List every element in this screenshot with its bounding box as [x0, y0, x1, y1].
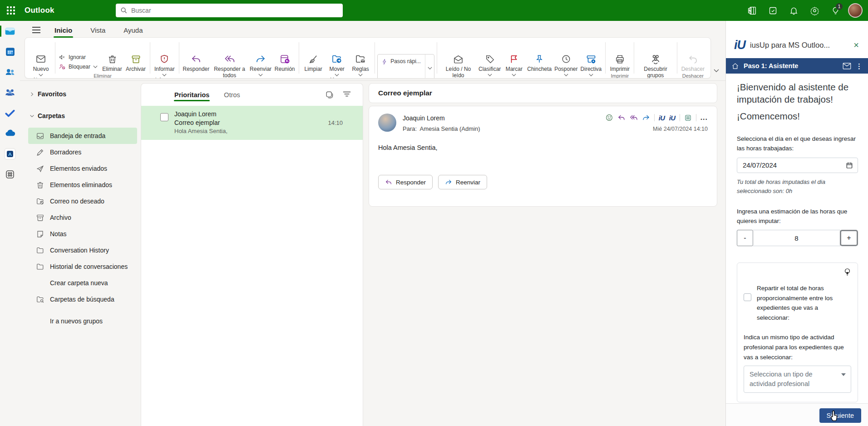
sidebar-folder-sent[interactable]: Elementos enviados [28, 160, 137, 177]
eliminar-button[interactable]: Eliminar [100, 51, 124, 73]
posponer-button[interactable]: Posponer [553, 51, 579, 76]
bloquear-button[interactable]: Bloquear [59, 63, 98, 70]
home-icon[interactable] [731, 62, 739, 70]
sidebar-folder-inbox[interactable]: Bandeja de entrada [28, 128, 137, 144]
mover-button[interactable]: Mover [325, 51, 349, 76]
select-messages-icon[interactable] [325, 90, 334, 99]
tab-otros[interactable]: Otros [223, 86, 240, 104]
tab-vista[interactable]: Vista [89, 24, 106, 37]
reply-all-icon[interactable] [630, 114, 638, 122]
groups-rail-icon[interactable] [0, 82, 20, 103]
ignorar-button[interactable]: Ignorar [59, 54, 98, 61]
close-icon[interactable]: × [851, 39, 862, 51]
date-input[interactable]: 24/07/2024 [737, 158, 858, 173]
deshacer-button[interactable]: Deshacer [680, 51, 706, 73]
message-list-item[interactable]: Joaquin Lorem Correo ejemplar Hola Amesi… [141, 106, 363, 140]
more-options-icon[interactable]: ... [700, 114, 708, 122]
forward-icon[interactable] [642, 114, 650, 122]
filter-icon[interactable] [343, 90, 351, 99]
folder-icon [35, 246, 44, 255]
sidebar-folder-conversation-history[interactable]: Conversation History [28, 242, 137, 258]
go-to-groups-link[interactable]: Ir a nuevos grupos [28, 313, 137, 329]
search-bar[interactable] [116, 4, 343, 17]
reenviar-button[interactable]: Reenviar [248, 51, 273, 76]
sidebar-folder-historial[interactable]: Historial de conversaciones [28, 258, 137, 275]
descubrir-grupos-button[interactable]: Descubrir grupos [636, 51, 674, 79]
tips-bulb-icon[interactable]: 1 [827, 2, 843, 19]
tab-inicio[interactable]: Inicio [54, 24, 73, 37]
people-rail-icon[interactable] [0, 62, 20, 82]
todo-rail-icon[interactable] [0, 103, 20, 123]
sender-avatar[interactable] [378, 114, 396, 132]
archivar-button[interactable]: Archivar [124, 51, 148, 73]
nuevo-button[interactable]: Nuevo [29, 51, 53, 76]
plus-button[interactable]: + [840, 230, 858, 246]
chincheta-button[interactable]: Chincheta [526, 51, 553, 73]
office-app-rail-icon[interactable] [0, 144, 20, 164]
sidebar-folder-drafts[interactable]: Borradores [28, 144, 137, 160]
step-title: Paso 1: Asistente [744, 62, 838, 69]
responder-button[interactable]: Responder [182, 51, 211, 73]
calendar-icon[interactable] [846, 162, 853, 169]
gear-icon[interactable] [806, 2, 823, 19]
bell-icon[interactable] [785, 2, 802, 19]
ribbon-group-buscar: Descubrir grupos Buscar [634, 38, 676, 78]
more-apps-rail-icon[interactable] [0, 164, 20, 184]
onenote-icon[interactable] [744, 2, 760, 19]
siguiente-button[interactable]: Siguiente [819, 408, 861, 423]
reply-icon[interactable] [617, 114, 626, 122]
kebab-menu-icon[interactable]: ⋮ [856, 63, 863, 69]
mail-panel-icon[interactable] [843, 63, 851, 69]
folders-header[interactable]: Carpetas [20, 110, 141, 121]
imprimir-button[interactable]: Imprimir [608, 51, 631, 73]
leido-no-leido-button[interactable]: Leído / No leído [439, 51, 477, 79]
apps-grid-icon[interactable] [684, 114, 692, 122]
reenviar-inline-button[interactable]: Reenviar [438, 175, 487, 189]
trash-icon [35, 180, 44, 189]
collapse-ribbon-icon[interactable] [714, 69, 719, 72]
limpiar-button[interactable]: Limpiar [301, 51, 325, 73]
hours-value[interactable]: 8 [753, 230, 840, 246]
mail-rail-icon[interactable] [0, 21, 20, 41]
reglas-button[interactable]: Reglas [349, 51, 372, 76]
onedrive-rail-icon[interactable] [0, 123, 20, 144]
activity-type-label: Indica un mismo tipo de actividad profes… [744, 332, 851, 362]
iusup-addin-icon[interactable]: iU [659, 114, 665, 122]
quick-steps-box[interactable]: Pasos rápi... [377, 54, 434, 79]
informar-button[interactable]: Informar [153, 51, 177, 76]
favorites-header[interactable]: Favoritos [20, 89, 141, 99]
sidebar-folder-notes[interactable]: Notas [28, 226, 137, 242]
message-checkbox[interactable] [160, 113, 168, 121]
sidebar-folder-junk[interactable]: Correo no deseado [28, 193, 137, 209]
emoji-reaction-icon[interactable] [605, 114, 613, 122]
hamburger-menu-icon[interactable] [27, 26, 45, 34]
iusup-addin-icon[interactable]: iU [669, 114, 676, 122]
sidebar-folder-search-folders[interactable]: Carpetas de búsqueda [28, 291, 137, 307]
todo-icon[interactable] [764, 2, 781, 19]
responder-a-todos-button[interactable]: Responder a todos [211, 51, 248, 79]
sidebar-folder-archive[interactable]: Archivo [28, 209, 137, 226]
split-hours-checkbox[interactable] [744, 293, 751, 301]
recipient[interactable]: Amesia Sentia (Admin) [420, 125, 480, 132]
clasificar-button[interactable]: Clasificar [477, 51, 502, 76]
addin-step-bar: Paso 1: Asistente ⋮ [726, 58, 868, 74]
reunion-button[interactable]: Reunión [273, 51, 296, 73]
tip-bulb-icon [843, 267, 851, 277]
app-launcher-icon[interactable] [0, 0, 22, 21]
calendar-rail-icon[interactable] [0, 41, 20, 62]
responder-inline-button[interactable]: Responder [378, 175, 433, 189]
sidebar-folder-deleted[interactable]: Elementos eliminados [28, 177, 137, 193]
account-avatar[interactable] [848, 3, 863, 18]
marcar-button[interactable]: Marcar [502, 51, 526, 76]
folder-icon [35, 262, 44, 271]
ribbon-group-mover: Limpiar Mover Reglas Mover [299, 38, 375, 78]
directiva-button[interactable]: Directiva [579, 51, 603, 76]
minus-button[interactable]: - [737, 230, 753, 246]
quick-steps-expand[interactable] [425, 54, 434, 79]
reply-icon [191, 53, 202, 65]
tab-ayuda[interactable]: Ayuda [123, 24, 143, 37]
tab-prioritarios[interactable]: Prioritarios [174, 86, 210, 104]
create-new-folder-link[interactable]: Crear carpeta nueva [28, 275, 137, 291]
search-input[interactable] [131, 7, 338, 14]
activity-type-select[interactable]: Selecciona un tipo de actividad profesio… [744, 366, 851, 393]
